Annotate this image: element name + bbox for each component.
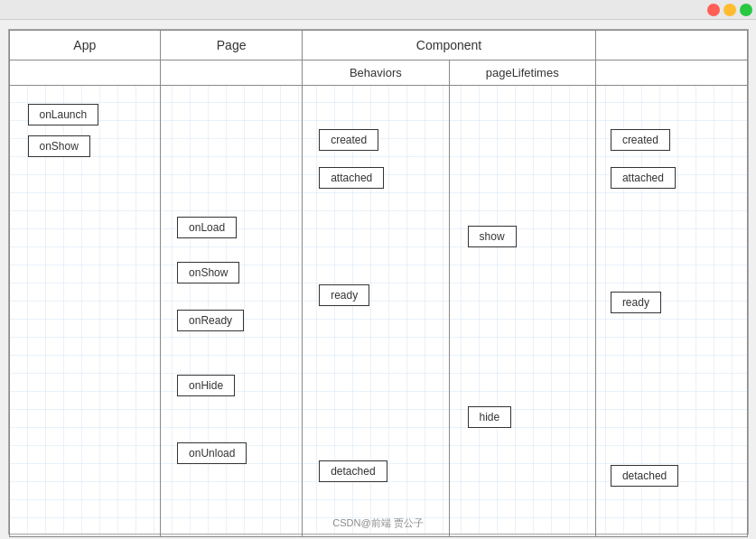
sub-header-pagelifetimes: pageLifetimes — [449, 60, 595, 86]
item-pagelifetimes-hide: hide — [468, 406, 512, 428]
item-behaviors-ready: ready — [319, 284, 369, 306]
page-column: onLoad onShow onReady onHide onUnload — [161, 86, 303, 537]
sub-header-behaviors: Behaviors — [303, 60, 449, 86]
other-column: created attached ready detached — [595, 86, 747, 537]
item-onshow-page: onShow — [177, 262, 239, 283]
item-onlaunch: onLaunch — [28, 104, 99, 125]
maximize-button[interactable] — [740, 4, 752, 16]
item-behaviors-created: created — [319, 129, 378, 151]
title-bar — [0, 0, 756, 20]
item-other-detached: detached — [611, 465, 678, 487]
sub-header-page — [161, 60, 303, 86]
minimize-button[interactable] — [723, 4, 736, 16]
close-button[interactable] — [707, 4, 720, 16]
watermark: CSDN@前端 贾公子 — [332, 516, 423, 530]
header-page: Page — [161, 31, 303, 60]
main-content: App Page Component Behaviors pageLifetim… — [8, 29, 749, 534]
item-onload: onLoad — [177, 217, 237, 238]
item-onready: onReady — [177, 310, 244, 331]
behaviors-column: created attached ready detached — [303, 86, 449, 537]
item-behaviors-attached: attached — [319, 167, 384, 189]
item-other-attached: attached — [611, 167, 676, 189]
item-onshow-app: onShow — [28, 135, 90, 157]
app-column: onLaunch onShow — [9, 86, 161, 537]
item-other-created: created — [611, 129, 670, 151]
item-behaviors-detached: detached — [319, 460, 387, 482]
header-component: Component — [303, 31, 596, 60]
item-onhide: onHide — [177, 375, 235, 396]
sub-header-other — [595, 60, 747, 86]
item-pagelifetimes-show: show — [468, 226, 517, 247]
header-app: App — [9, 31, 161, 60]
pagelifetimes-column: show hide — [449, 86, 595, 537]
sub-header-app — [9, 60, 161, 86]
item-other-ready: ready — [611, 292, 661, 313]
item-onunload: onUnload — [177, 442, 247, 464]
header-other — [595, 31, 747, 60]
